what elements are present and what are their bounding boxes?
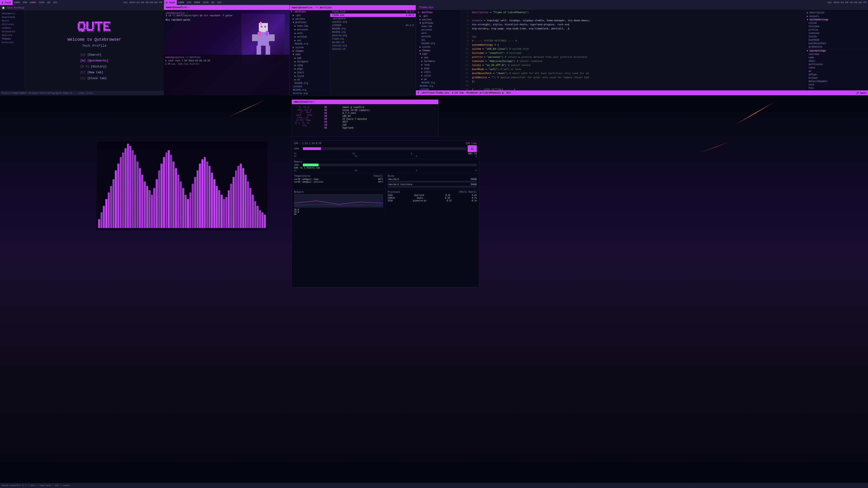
tree-git[interactable]: ▶ .git [416,14,461,18]
qute-link-closetab[interactable]: [x] [Close tab] [80,75,108,81]
tree-dotfiles[interactable]: ▼ .dotfiles [416,11,461,14]
tree-work-l[interactable]: work [416,32,461,35]
fm-file-installsh[interactable]: install.sh [330,47,416,51]
rtree-bootmode[interactable]: bootMode [805,38,868,42]
rtree-systemsettings[interactable]: ▼ systemSettings [805,18,868,22]
qute-sidebar-themes[interactable]: Themes [0,37,25,41]
fm-profiles[interactable]: ▼ profiles [289,21,330,24]
fm-readme-root[interactable]: README.org [289,88,330,92]
fm-file-hardensh[interactable]: harden.sh [330,41,416,44]
tree-themes-l[interactable]: ▶ themes [416,49,461,53]
fm-file-license[interactable]: LICENSE34.2 K [330,24,416,27]
fm-work[interactable]: ▶ work [289,31,330,35]
rtree-dotfilesdir[interactable]: dotfilesDir [805,63,868,66]
qute-sidebar-videos[interactable]: Videos [0,26,25,30]
fm-file-flakenix-selected[interactable]: flake.nix2.26 K [330,13,416,17]
fm-file-readme2[interactable]: README.org [330,31,416,34]
rtree-font[interactable]: font [805,87,868,90]
fm-readme-user[interactable]: README.org [289,82,330,85]
qute-tab-active[interactable]: 🏠 Tech Profile [2,6,24,9]
tree-license-l[interactable]: LICENSE [416,88,461,90]
tree-user-l[interactable]: ▼ user [416,53,461,56]
tree-profiles-l[interactable]: ▼ profiles [416,22,461,25]
fm-shell[interactable]: ▶ shell [289,71,330,74]
editor-tab-active[interactable]: flake.nix [418,6,435,9]
fm-lang[interactable]: ▶ lang [289,64,330,67]
fm-app[interactable]: ▶ app [289,56,330,60]
rtree-username[interactable]: username [805,53,868,56]
rtree-locale[interactable]: locale [805,35,868,38]
rtree-grubdevice[interactable]: grubDevice [805,45,868,48]
tree-shell-l[interactable]: ▶ shell [416,70,461,74]
qute-link-history[interactable]: [S h] [History] [80,64,108,70]
qute-sidebar-music[interactable]: Music [0,19,25,23]
tree-lang-l[interactable]: ▶ lang [416,63,461,67]
rtree-theme[interactable]: theme [805,66,868,70]
rtree-email[interactable]: email [805,59,868,63]
fm-readme-profiles[interactable]: README.org [289,42,330,46]
tree-wsl-l[interactable]: wsl [416,38,461,42]
tree-readme2-l[interactable]: README.org [416,81,461,85]
fm-file-installorg[interactable]: install.org [330,20,416,24]
rtree-wm[interactable]: wm [805,70,868,73]
fm-worklab[interactable]: ▶ worklab [289,35,330,39]
fm-hardware[interactable]: ▶ hardware [289,60,330,64]
qute-sidebar-history[interactable]: History [0,33,25,37]
tree-patches[interactable]: ▶ patches [416,18,461,22]
fm-themes[interactable]: ▶ themes [289,49,330,53]
tree-pkgs-l[interactable]: ▶ pkgs [416,67,461,70]
qute-link-quickmarks[interactable]: [b] [Quickmarks] [80,58,108,64]
code-line-18: }; [472,79,803,84]
fm-git[interactable]: ▶ .git [289,13,330,17]
cpu-like: CPU like [466,142,477,144]
tree-readme-l[interactable]: README.org [416,42,461,45]
fm-system[interactable]: ▶ system [289,46,330,49]
rtree-wmtype[interactable]: wmType [805,73,868,76]
fm-root[interactable]: ▼ .dotfiles [289,10,330,13]
rtree-usersettings[interactable]: ▼ userSettings [805,49,868,53]
fm-personal[interactable]: ▶ personal [289,28,330,31]
fm-style[interactable]: ▶ style [289,74,330,78]
tree-readme3-l[interactable]: README.org [416,85,461,88]
tree-personal-l[interactable]: personal [416,28,461,32]
qute-sidebar-pictures[interactable]: Pictures [0,23,25,26]
fm-file-installorg2[interactable]: install.org [330,44,416,47]
fm-pkgs[interactable]: ▶ pkgs [289,67,330,71]
fm-license[interactable]: LICENSE [289,85,330,88]
rtree-browser[interactable]: browser [805,76,868,80]
rtree-hostname[interactable]: hostname [805,25,868,28]
rtree-outputs[interactable]: ▶ outputs [805,14,868,18]
fm-user[interactable]: ▼ user [289,53,330,56]
tree-system-l[interactable]: ▶ system [416,45,461,49]
tree-hardware-l[interactable]: ▶ hardware [416,59,461,63]
rtree-defaultroamdir[interactable]: defaultRoamDir [805,80,868,83]
fm-file-readmeorg[interactable]: README.org [330,27,416,31]
fm-wm[interactable]: ▶ wm [289,78,330,82]
rtree-bootmountpath[interactable]: bootMountPath [805,42,868,45]
fm-file-flakenix2[interactable]: flake.nix [330,37,416,41]
rtree-name[interactable]: name [805,56,868,59]
fm-patches[interactable]: ▶ patches [289,17,330,21]
qute-link-search[interactable]: [o] [Search] [80,52,108,58]
qute-sidebar-downloads[interactable]: Downloads [0,15,25,19]
tree-homelab-l[interactable]: home.lab [416,25,461,28]
qute-sidebar-bookmarks[interactable]: Bookmarks [0,30,25,33]
tree-style-l[interactable]: ▶ style [416,74,461,77]
qute-sidebar-documents[interactable]: Documents [0,12,25,15]
fm-desktop[interactable]: desktop.png [289,92,330,95]
tree-app-l[interactable]: ▶ app [416,56,461,59]
rtree-system[interactable]: system [805,22,868,25]
fm-wsl[interactable]: ▶ wsl [289,39,330,42]
tree-wm-l[interactable]: ▶ wm [416,77,461,81]
qute-sidebar-external[interactable]: External [0,41,25,44]
fm-homelab[interactable]: ▶ home.lab [289,24,330,28]
rtree-term[interactable]: term [805,83,868,87]
rtree-timezone[interactable]: timezone [805,32,868,35]
fm-file-desktop[interactable]: desktop.png [330,34,416,37]
tree-worklab-l[interactable]: worklab [416,35,461,38]
qute-link-newtab[interactable]: [t] [New tab] [80,70,108,75]
rtree-profile[interactable]: profile [805,28,868,32]
fm-file-flakelock[interactable]: flake.lock27.5 K [330,10,416,13]
fm-file-gitignore[interactable]: .gitignore [330,17,416,20]
rtree-description[interactable]: ▶ description [805,11,868,14]
